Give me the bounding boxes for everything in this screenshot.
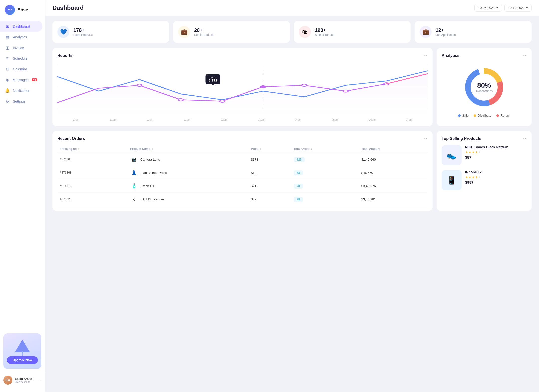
chevron-down-icon: ▾ bbox=[496, 6, 498, 10]
badge-messages: 49 bbox=[32, 78, 37, 81]
sidebar-label-messages: Messages bbox=[13, 78, 29, 82]
top-selling-header: Top Selling Products ··· bbox=[442, 136, 527, 141]
total-amount-cell: $3,46,981 bbox=[359, 193, 428, 206]
chart-x-label: 07am bbox=[406, 118, 413, 121]
tracking-no: #876368 bbox=[57, 166, 128, 179]
notification-icon: 🔔 bbox=[5, 88, 10, 93]
price-cell: $178 bbox=[248, 153, 291, 166]
stat-value-sales-products: 190+ bbox=[315, 27, 335, 33]
sidebar-item-analytics[interactable]: ▦ Analytics bbox=[0, 32, 42, 42]
legend-dot-return bbox=[496, 114, 499, 117]
table-row: #876368 👗 Black Sleep Dress $14 53 $46,6… bbox=[57, 166, 428, 179]
logout-icon[interactable]: → bbox=[37, 378, 41, 382]
chart-x-label: 03am bbox=[258, 118, 265, 121]
chevron-down-icon-2: ▾ bbox=[526, 6, 528, 10]
col-header-tracking-no[interactable]: Tracking no ▾ bbox=[57, 145, 128, 153]
legend-label-distribute: Distribute bbox=[478, 114, 491, 117]
total-order-cell: 325 bbox=[291, 153, 359, 166]
user-role: Free Account bbox=[15, 381, 35, 383]
schedule-icon: ≡ bbox=[5, 56, 10, 61]
chart-x-label: 05am bbox=[332, 118, 339, 121]
total-order-cell: 78 bbox=[291, 179, 359, 193]
stat-icon-save-products: 💙 bbox=[57, 26, 69, 38]
middle-row: Reports ··· bbox=[52, 48, 532, 126]
product-name: Camera Lens bbox=[140, 158, 160, 161]
product-name: Black Sleep Dress bbox=[140, 171, 167, 175]
sidebar-item-invoice[interactable]: ◫ Invoice bbox=[0, 42, 42, 53]
total-amount-cell: $3,46,676 bbox=[359, 179, 428, 193]
page-title: Dashboard bbox=[52, 4, 472, 11]
svg-point-9 bbox=[343, 90, 348, 92]
orders-title: Recent Orders bbox=[57, 136, 85, 141]
total-order-cell: 98 bbox=[291, 193, 359, 206]
col-header-product-name[interactable]: Product Name ▾ bbox=[128, 145, 248, 153]
upgrade-art bbox=[12, 338, 32, 353]
product-name: EAU DE Parfum bbox=[140, 197, 164, 201]
chart-x-label: 01am bbox=[184, 118, 191, 121]
reports-header: Reports ··· bbox=[57, 53, 428, 58]
sidebar-bottom: Upgrade Now EA Easin Arafat Free Account… bbox=[0, 333, 45, 387]
bottom-row: Recent Orders ··· Tracking no ▾Product N… bbox=[52, 131, 532, 211]
total-order-cell: 53 bbox=[291, 166, 359, 179]
legend-sale: Sale bbox=[458, 114, 469, 117]
total-amount-cell: $1,46,660 bbox=[359, 153, 428, 166]
sidebar-item-settings[interactable]: ⚙ Settings bbox=[0, 96, 42, 107]
stat-info-save-products: 178+ Save Products bbox=[73, 27, 93, 37]
stat-info-stock-products: 20+ Stock Products bbox=[194, 27, 214, 37]
reports-menu[interactable]: ··· bbox=[422, 53, 428, 58]
calendar-icon: ⊟ bbox=[5, 67, 10, 71]
product-item-nike-shoes: 👟 NIKE Shoes Black Pattern ★★★★★ $87 bbox=[442, 145, 527, 165]
top-selling-card: Top Selling Products ··· 👟 NIKE Shoes Bl… bbox=[437, 131, 532, 211]
chart-x-label: 12am bbox=[146, 118, 153, 121]
product-name-cell: 🧴 Argan Oil bbox=[128, 179, 248, 193]
chart-area: Sales 2,678 bbox=[57, 62, 428, 117]
orders-menu[interactable]: ··· bbox=[422, 136, 428, 141]
dashboard-content: 💙 178+ Save Products 💼 20+ Stock Product… bbox=[45, 16, 539, 216]
date-from-button[interactable]: 10-06-2021 ▾ bbox=[474, 4, 502, 12]
stat-label-job-application: Job Application bbox=[436, 33, 456, 37]
orders-table: Tracking no ▾Product Name ▾Price ▾Total … bbox=[57, 145, 428, 206]
sidebar-item-schedule[interactable]: ≡ Schedule bbox=[0, 53, 42, 64]
donut-percentage: 80% bbox=[476, 81, 493, 89]
user-info: Easin Arafat Free Account bbox=[15, 377, 35, 383]
table-row: #876621 🕯 EAU DE Parfum $32 98 $3,46,981 bbox=[57, 193, 428, 206]
order-badge: 325 bbox=[294, 157, 305, 162]
sidebar-item-notification[interactable]: 🔔 Notification bbox=[0, 85, 42, 96]
stat-info-sales-products: 190+ Sales Products bbox=[315, 27, 335, 37]
stat-info-job-application: 12+ Job Application bbox=[436, 27, 456, 37]
product-image-nike-shoes: 👟 bbox=[442, 145, 462, 165]
stat-card-stock-products: 💼 20+ Stock Products bbox=[173, 21, 290, 43]
product-details-nike-shoes: NIKE Shoes Black Pattern ★★★★★ $87 bbox=[465, 145, 508, 159]
logo-icon: 〜 bbox=[5, 5, 15, 15]
analytics-card: Analytics ··· 80% bbox=[437, 48, 532, 126]
chart-x-label: 11am bbox=[110, 118, 117, 121]
topbar: Dashboard 10-06-2021 ▾ 10-10-2021 ▾ bbox=[45, 0, 539, 16]
donut-chart: 80% Transactions bbox=[462, 65, 507, 110]
order-badge: 53 bbox=[294, 170, 303, 175]
user-profile: EA Easin Arafat Free Account → bbox=[0, 373, 45, 387]
legend-dot-sale bbox=[458, 114, 461, 117]
avatar: EA bbox=[3, 376, 12, 385]
stat-icon-sales-products: 🛍 bbox=[299, 26, 311, 38]
col-header-price[interactable]: Price ▾ bbox=[248, 145, 291, 153]
product-stars-nike-shoes: ★★★★★ bbox=[465, 150, 508, 154]
product-name-cell: 📷 Camera Lens bbox=[128, 153, 248, 166]
upgrade-card: Upgrade Now bbox=[3, 333, 41, 369]
sidebar-item-messages[interactable]: ◈ Messages 49 bbox=[0, 74, 42, 85]
date-to-button[interactable]: 10-10-2021 ▾ bbox=[504, 4, 532, 12]
sidebar-item-calendar[interactable]: ⊟ Calendar bbox=[0, 64, 42, 74]
donut-label: Transactions bbox=[476, 89, 493, 93]
stat-card-job-application: 💼 12+ Job Application bbox=[415, 21, 532, 43]
product-stars-iphone-12: ★★★★★ bbox=[465, 175, 482, 179]
stat-value-save-products: 178+ bbox=[73, 27, 93, 33]
col-header-total-order[interactable]: Total Order ▾ bbox=[291, 145, 359, 153]
donut-wrap: 80% Transactions Sale Distribute Return bbox=[442, 62, 527, 120]
stats-row: 💙 178+ Save Products 💼 20+ Stock Product… bbox=[52, 21, 532, 43]
sidebar-item-dashboard[interactable]: ⊞ Dashboard bbox=[0, 21, 42, 32]
donut-center: 80% Transactions bbox=[476, 81, 493, 93]
analytics-menu[interactable]: ··· bbox=[521, 53, 527, 58]
top-selling-menu[interactable]: ··· bbox=[521, 136, 527, 141]
sidebar-label-analytics: Analytics bbox=[13, 35, 27, 39]
upgrade-button[interactable]: Upgrade Now bbox=[7, 356, 38, 364]
settings-icon: ⚙ bbox=[5, 99, 10, 104]
